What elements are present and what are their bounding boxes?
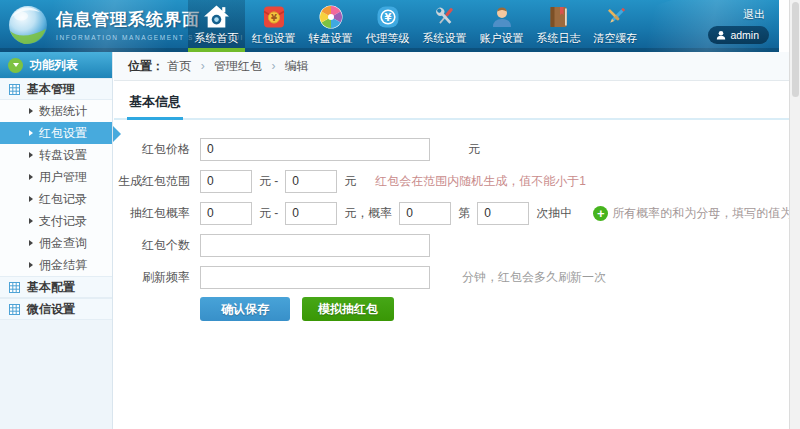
globe-logo-icon <box>6 3 52 49</box>
sidebar-group-basic-config[interactable]: 基本配置 <box>0 276 112 298</box>
home-icon <box>203 3 230 30</box>
tab-basic-info[interactable]: 基本信息 <box>127 93 183 120</box>
probability-min-input[interactable] <box>200 202 252 225</box>
count-input[interactable] <box>200 234 430 257</box>
nav-item-clear-cache[interactable]: 清空缓存 <box>587 0 644 52</box>
probability-unit2: 元，概率 <box>344 205 392 222</box>
arrow-right-icon <box>29 152 33 158</box>
red-packet-form: 红包价格 元 生成红包范围 元 - 元 红包会在范围内随机生成，值不能小于1 抽… <box>114 120 789 321</box>
sidebar-group-label: 微信设置 <box>27 301 75 318</box>
sidebar-item-wheel-settings[interactable]: 转盘设置 <box>0 144 112 166</box>
breadcrumb-separator: › <box>271 59 275 73</box>
probability-rate-input[interactable] <box>399 202 451 225</box>
nav-item-agent-level[interactable]: ¥ 代理等级 <box>359 0 416 52</box>
count-label: 红包个数 <box>118 237 190 254</box>
nav-item-system-log[interactable]: 系统日志 <box>530 0 587 52</box>
probability-unit3: 第 <box>458 205 470 222</box>
price-unit: 元 <box>468 141 480 158</box>
nav-label: 清空缓存 <box>594 31 638 46</box>
sidebar-item-payment-records[interactable]: 支付记录 <box>0 210 112 232</box>
add-probability-icon[interactable]: + <box>593 206 608 221</box>
top-nav: 系统首页 ¥ 红包设置 <box>188 0 644 52</box>
tabs-bar: 基本信息 <box>114 81 789 120</box>
sidebar-item-commission-settlement[interactable]: 佣金结算 <box>0 254 112 276</box>
breadcrumb-edit[interactable]: 编辑 <box>285 59 309 73</box>
sidebar: 功能列表 基本管理 数据统计 红包设置 转盘设置 用户管理 红包记录 支付记录 … <box>0 52 113 429</box>
form-row-price: 红包价格 元 <box>118 137 789 161</box>
red-packet-icon: ¥ <box>261 3 287 30</box>
range-note: 红包会在范围内随机生成，值不能小于1 <box>375 173 586 190</box>
sidebar-group-basic-management[interactable]: 基本管理 <box>0 78 112 100</box>
sidebar-header[interactable]: 功能列表 <box>0 52 112 78</box>
nav-label: 转盘设置 <box>309 31 353 46</box>
sidebar-item-label: 红包设置 <box>39 125 87 142</box>
arrow-right-icon <box>29 174 33 180</box>
sidebar-item-label: 佣金结算 <box>39 257 87 274</box>
nav-item-wheel-settings[interactable]: 转盘设置 <box>302 0 359 52</box>
sidebar-item-red-packet-settings[interactable]: 红包设置 <box>0 122 112 144</box>
grid-icon <box>9 282 20 293</box>
breadcrumb-home[interactable]: 首页 <box>167 59 191 73</box>
nav-label: 系统首页 <box>195 31 239 46</box>
clear-cache-icon <box>603 3 629 30</box>
scrollbar-track[interactable] <box>789 0 800 429</box>
sidebar-group-label: 基本管理 <box>27 81 75 98</box>
nav-item-red-packet-settings[interactable]: ¥ 红包设置 <box>245 0 302 52</box>
breadcrumb-separator: › <box>201 59 205 73</box>
nav-label: 账户设置 <box>480 31 524 46</box>
username: admin <box>730 29 759 41</box>
grid-icon <box>9 304 20 315</box>
sidebar-item-label: 支付记录 <box>39 213 87 230</box>
probability-note: 所有概率的和为分母，填写的值为分子计算概率，第几次可以不填 <box>612 205 800 222</box>
nav-label: 系统日志 <box>537 31 581 46</box>
refresh-input[interactable] <box>200 266 430 289</box>
breadcrumb: 位置： 首页 › 管理红包 › 编辑 <box>114 52 789 81</box>
sidebar-header-label: 功能列表 <box>30 57 78 74</box>
sidebar-item-data-statistics[interactable]: 数据统计 <box>0 100 112 122</box>
breadcrumb-prefix: 位置： <box>128 59 164 73</box>
probability-max-input[interactable] <box>285 202 337 225</box>
main-content: 位置： 首页 › 管理红包 › 编辑 基本信息 红包价格 元 生成红包范围 元 … <box>114 52 789 429</box>
sidebar-item-user-management[interactable]: 用户管理 <box>0 166 112 188</box>
price-input[interactable] <box>200 138 430 161</box>
app-logo <box>6 3 52 49</box>
probability-unit4: 次抽中 <box>536 205 572 222</box>
account-settings-icon <box>489 3 515 30</box>
probability-times-input[interactable] <box>477 202 529 225</box>
wheel-icon <box>318 3 344 30</box>
sidebar-item-label: 转盘设置 <box>39 147 87 164</box>
breadcrumb-manage-red-packet[interactable]: 管理红包 <box>214 59 262 73</box>
range-max-input[interactable] <box>285 170 337 193</box>
arrow-right-icon <box>29 262 33 268</box>
form-buttons: 确认保存 模拟抽红包 <box>200 297 789 321</box>
svg-text:¥: ¥ <box>384 11 391 22</box>
probability-unit1: 元 - <box>259 205 278 222</box>
form-row-refresh: 刷新频率 分钟，红包会多久刷新一次 <box>118 265 789 289</box>
range-min-input[interactable] <box>200 170 252 193</box>
nav-item-system-home[interactable]: 系统首页 <box>188 0 245 52</box>
sidebar-item-label: 红包记录 <box>39 191 87 208</box>
simulate-draw-button[interactable]: 模拟抽红包 <box>302 297 394 321</box>
arrow-right-icon <box>29 240 33 246</box>
agent-level-icon: ¥ <box>375 3 401 30</box>
form-row-range: 生成红包范围 元 - 元 红包会在范围内随机生成，值不能小于1 <box>118 169 789 193</box>
active-item-pointer <box>113 126 121 142</box>
form-row-count: 红包个数 <box>118 233 789 257</box>
sidebar-item-red-packet-records[interactable]: 红包记录 <box>0 188 112 210</box>
nav-item-account-settings[interactable]: 账户设置 <box>473 0 530 52</box>
sidebar-item-commission-query[interactable]: 佣金查询 <box>0 232 112 254</box>
user-menu[interactable]: admin <box>708 26 769 44</box>
probability-label: 抽红包概率 <box>118 205 190 222</box>
arrow-right-icon <box>29 108 33 114</box>
form-row-probability: 抽红包概率 元 - 元，概率 第 次抽中 + 所有概率的和为分母，填写的值为分子… <box>118 201 789 225</box>
logout-link[interactable]: 退出 <box>743 7 765 22</box>
scrollbar-thumb[interactable] <box>792 2 799 97</box>
svg-text:¥: ¥ <box>271 12 277 22</box>
sidebar-group-wechat-settings[interactable]: 微信设置 <box>0 298 112 320</box>
save-button[interactable]: 确认保存 <box>200 297 290 321</box>
range-unit2: 元 <box>344 173 356 190</box>
topbar: 信息管理系统界面 INFORMATION MANAGEMENT SYSTEM G… <box>0 0 779 52</box>
system-settings-icon <box>432 3 458 30</box>
nav-item-system-settings[interactable]: 系统设置 <box>416 0 473 52</box>
user-icon <box>716 30 726 40</box>
